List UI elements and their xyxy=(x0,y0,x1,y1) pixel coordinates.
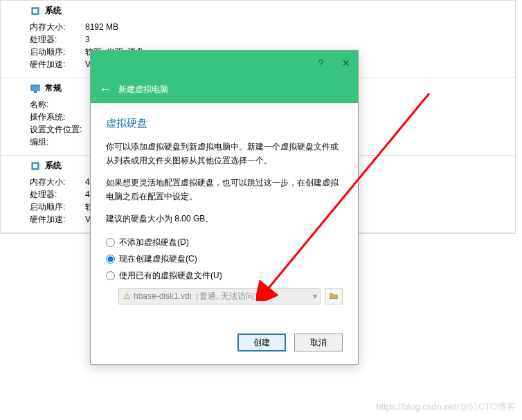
settings-label: 设置文件位置: xyxy=(30,123,85,136)
watermark: https://blog.csdn.net/@51CTO博客 xyxy=(376,401,515,413)
radio-input[interactable] xyxy=(106,271,115,280)
watermark-brand: @51CTO博客 xyxy=(459,401,515,412)
warning-icon: ⚠ xyxy=(123,291,131,301)
chip-icon xyxy=(30,161,41,172)
boot-label: 启动顺序: xyxy=(30,46,85,58)
wizard-title: 新建虚拟电脑 xyxy=(118,84,168,95)
cpu-label: 处理器: xyxy=(30,188,85,201)
group-label: 编组: xyxy=(30,136,85,148)
accel-label: 硬件加速: xyxy=(30,213,85,226)
disk-radio-group: 不添加虚拟硬盘(D) 现在创建虚拟硬盘(C) 使用已有的虚拟硬盘文件(U) ⚠ … xyxy=(106,234,343,304)
svg-rect-3 xyxy=(34,91,37,93)
boot-label: 启动顺序: xyxy=(30,201,85,213)
dialog-para-3: 建议的硬盘大小为 8.00 GB。 xyxy=(106,212,343,226)
radio-no-disk[interactable]: 不添加虚拟硬盘(D) xyxy=(106,234,343,250)
folder-icon xyxy=(329,291,339,301)
mem-label: 内存大小: xyxy=(30,21,85,33)
radio-label: 不添加虚拟硬盘(D) xyxy=(119,234,189,250)
dialog-header: ← 新建虚拟电脑 xyxy=(91,75,358,103)
help-button[interactable]: ? xyxy=(315,57,327,69)
new-vm-dialog: ? ✕ ← 新建虚拟电脑 虚拟硬盘 你可以添加虚拟硬盘到新虚拟电脑中。新建一个虚… xyxy=(90,50,359,365)
back-arrow-icon[interactable]: ← xyxy=(99,82,111,97)
monitor-icon xyxy=(30,83,41,94)
svg-rect-1 xyxy=(33,9,37,13)
radio-create-disk[interactable]: 现在创建虚拟硬盘(C) xyxy=(106,250,343,267)
chip-icon xyxy=(30,6,41,17)
svg-rect-5 xyxy=(33,164,37,168)
chevron-down-icon: ▾ xyxy=(313,291,317,301)
create-button[interactable]: 创建 xyxy=(237,334,286,351)
name-label: 名称: xyxy=(30,98,85,111)
watermark-url: https://blog.csdn.net/ xyxy=(376,401,459,412)
radio-input[interactable] xyxy=(106,255,115,264)
close-button[interactable]: ✕ xyxy=(340,57,352,69)
section-title: 系统 xyxy=(45,5,62,17)
browse-disk-button[interactable] xyxy=(325,288,343,304)
cpu-value: 3 xyxy=(85,33,90,46)
section-title: 常规 xyxy=(45,82,62,94)
disk-file-text: hbase-disk1.vdi（普通, 无法访问） xyxy=(134,291,262,302)
radio-input[interactable] xyxy=(106,238,115,247)
dialog-titlebar: ? ✕ xyxy=(91,51,358,75)
radio-label: 使用已有的虚拟硬盘文件(U) xyxy=(119,267,222,284)
disk-file-combo[interactable]: ⚠ hbase-disk1.vdi（普通, 无法访问） ▾ xyxy=(118,288,321,304)
cancel-button[interactable]: 取消 xyxy=(294,334,343,351)
dialog-section-title: 虚拟硬盘 xyxy=(106,117,343,130)
mem-label: 内存大小: xyxy=(30,176,85,188)
dialog-para-2: 如果想更灵活地配置虚拟硬盘，也可以跳过这一步，在创建虚拟电脑之后在配置中设定。 xyxy=(106,176,343,203)
radio-existing-disk[interactable]: 使用已有的虚拟硬盘文件(U) xyxy=(106,267,343,284)
existing-disk-row: ⚠ hbase-disk1.vdi（普通, 无法访问） ▾ xyxy=(118,288,343,304)
mem-value: 8192 MB xyxy=(85,21,118,33)
svg-rect-2 xyxy=(31,85,39,91)
dialog-para-1: 你可以添加虚拟硬盘到新虚拟电脑中。新建一个虚拟硬盘文件或从列表或用文件夹图标从其… xyxy=(106,140,343,167)
os-label: 操作系统: xyxy=(30,111,85,123)
radio-label: 现在创建虚拟硬盘(C) xyxy=(119,250,197,267)
cpu-value: 4 xyxy=(85,188,90,201)
cpu-label: 处理器: xyxy=(30,33,85,46)
section-title: 系统 xyxy=(45,160,62,172)
accel-label: 硬件加速: xyxy=(30,58,85,71)
